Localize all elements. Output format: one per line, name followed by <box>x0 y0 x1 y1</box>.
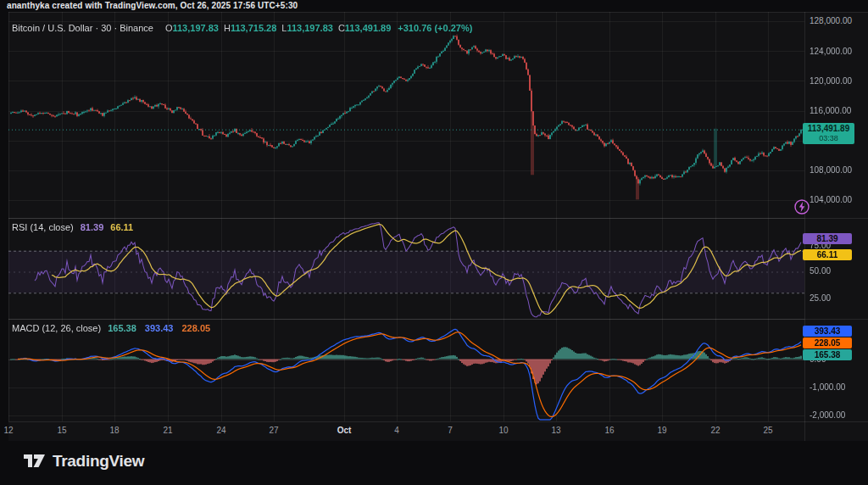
ohlc-open-value: 113,197.83 <box>172 23 218 33</box>
axis-tick-label: 116,000.00 <box>810 106 851 115</box>
bar-countdown: 03:38 <box>803 134 854 142</box>
time-tick-label: 19 <box>657 426 666 435</box>
pane-separator-macd[interactable] <box>8 319 868 320</box>
axis-tick-label: 50.00 <box>810 266 831 276</box>
pane-separator-rsi[interactable] <box>8 218 868 219</box>
time-axis-border <box>8 421 868 422</box>
ohlc-close-label: C <box>338 23 345 33</box>
axis-tick-label: 120,000.00 <box>810 76 852 86</box>
ohlc-close-value: 113,491.89 <box>345 23 391 33</box>
symbol-legend[interactable]: Bitcoin / U.S. Dollar · 30 · BinanceO113… <box>12 23 472 33</box>
chart-canvas[interactable] <box>8 12 804 421</box>
time-tick-label: 16 <box>604 426 614 435</box>
time-tick-label: 25 <box>763 426 772 435</box>
axis-tick-label: 25.00 <box>810 293 831 303</box>
watermark-credit: ananthyka created with TradingView.com, … <box>7 1 298 12</box>
price-axis-border <box>804 12 805 441</box>
rsi-ma-value: 66.11 <box>110 222 133 232</box>
rsi-legend[interactable]: RSI (14, close)81.3966.11 <box>12 222 133 232</box>
macd-value-badge: 165.38 <box>803 349 852 360</box>
last-price-badge: 113,491.89 03:38 <box>803 123 854 144</box>
tradingview-logo[interactable]: TradingView <box>24 452 144 471</box>
tradingview-chart-window: ananthyka created with TradingView.com, … <box>0 0 868 485</box>
time-tick-label: Oct <box>337 426 352 435</box>
axis-tick-label: 124,000.00 <box>810 47 852 56</box>
rsi-value: 81.39 <box>81 222 104 232</box>
rsi-value-badge: 66.11 <box>803 249 852 260</box>
time-tick-label: 12 <box>3 426 13 435</box>
macd-line-value: 393.43 <box>145 323 174 333</box>
time-tick-label: 4 <box>394 426 399 435</box>
time-tick-label: 13 <box>551 426 560 435</box>
time-tick-label: 10 <box>498 426 508 435</box>
macd-legend[interactable]: MACD (12, 26, close)165.38393.43228.05 <box>12 323 210 333</box>
axis-tick-label: -1,000.00 <box>810 382 845 392</box>
time-tick-label: 22 <box>710 426 720 435</box>
time-tick-label: 18 <box>109 426 119 435</box>
pane-border-top <box>8 12 868 13</box>
last-price-value: 113,491.89 <box>803 124 854 134</box>
ohlc-low-value: 113,197.83 <box>287 23 332 33</box>
axis-tick-label: 108,000.00 <box>810 165 852 175</box>
time-tick-label: 27 <box>269 426 278 435</box>
ohlc-high-label: H <box>224 23 231 33</box>
ohlc-high-value: 113,715.28 <box>231 23 276 33</box>
time-tick-label: 21 <box>163 426 172 435</box>
time-tick-label: 15 <box>57 426 66 435</box>
time-tick-label: 24 <box>216 426 225 435</box>
lightning-icon <box>793 198 810 215</box>
time-tick-label: 7 <box>448 426 453 435</box>
axis-tick-label: 104,000.00 <box>810 195 852 204</box>
symbol-title[interactable]: Bitcoin / U.S. Dollar · 30 · Binance <box>12 23 153 33</box>
macd-value-badge: 228.05 <box>803 337 852 348</box>
macd-signal-value: 228.05 <box>181 323 210 333</box>
rsi-value-badge: 81.39 <box>803 233 852 244</box>
macd-title[interactable]: MACD (12, 26, close) <box>12 323 101 333</box>
tradingview-logo-icon <box>24 452 46 471</box>
macd-hist-value: 165.38 <box>108 323 136 333</box>
axis-tick-label: 128,000.00 <box>810 16 852 25</box>
macd-value-badge: 393.43 <box>803 326 852 337</box>
tradingview-wordmark: TradingView <box>53 452 144 471</box>
rsi-title[interactable]: RSI (14, close) <box>12 222 74 232</box>
quick-trade-button[interactable] <box>793 198 810 215</box>
axis-tick-label: -2,000.00 <box>810 410 845 420</box>
change-value: +310.76 (+0.27%) <box>398 23 472 33</box>
